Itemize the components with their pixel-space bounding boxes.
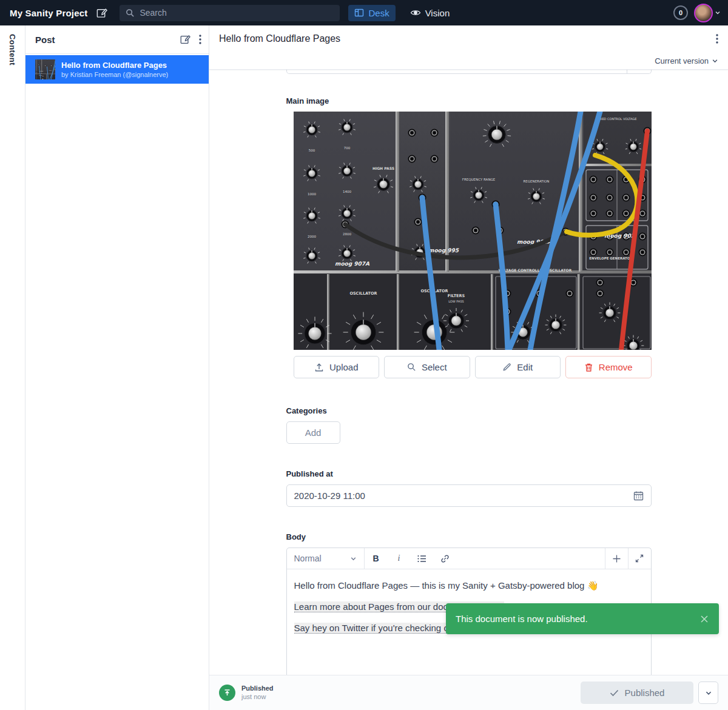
bullet-list-icon	[417, 555, 426, 563]
text-style-select[interactable]: Normal	[287, 548, 365, 569]
publish-menu-button[interactable]	[698, 682, 718, 704]
text-style-value: Normal	[294, 554, 345, 563]
chevron-down-icon	[715, 10, 721, 16]
new-document-button[interactable]	[180, 34, 190, 45]
publish-toast: This document is now published.	[446, 603, 719, 634]
tab-desk[interactable]: Desk	[348, 5, 395, 21]
content-rail: Content	[0, 25, 25, 710]
document-menu-button[interactable]	[712, 30, 722, 47]
trash-icon	[584, 363, 593, 372]
field-categories: Categories Add	[286, 406, 652, 444]
upload-icon	[314, 363, 324, 372]
plus-icon	[612, 554, 621, 563]
list-item-subtitle: by Kristian Freeman (@signalnerve)	[61, 71, 168, 78]
status-timestamp: just now	[241, 693, 274, 701]
body-paragraph: Hello from Cloudflare Pages — this is my…	[294, 579, 644, 592]
publish-button[interactable]: Published	[581, 682, 693, 704]
check-icon	[610, 689, 619, 697]
top-navbar: My Sanity Project Search Desk Vision 0	[0, 0, 728, 25]
field-label: Main image	[286, 96, 652, 105]
main-image-photo	[294, 112, 652, 350]
search-placeholder: Search	[140, 8, 166, 18]
compose-icon	[180, 34, 190, 45]
editor-toolbar: Normal B i	[287, 548, 651, 569]
overflow-menu-icon	[716, 34, 718, 44]
calendar-icon[interactable]	[633, 491, 644, 501]
field-main-image: Main image Upload	[286, 96, 652, 378]
published-status-icon	[219, 685, 235, 701]
chevron-down-icon	[705, 689, 712, 697]
form-scroll-area[interactable]: Main image Upload	[209, 70, 728, 675]
add-category-button[interactable]: Add	[286, 421, 340, 444]
user-avatar	[694, 4, 713, 22]
bold-button[interactable]: B	[365, 548, 388, 569]
tab-content[interactable]: Content	[8, 34, 17, 710]
publish-arrow-icon	[223, 689, 231, 697]
slug-field-partial[interactable]	[286, 70, 652, 74]
document-list-panel: Post Hello from Cloudflare Pages by Kris…	[25, 25, 209, 710]
search-icon	[407, 363, 416, 372]
project-title: My Sanity Project	[10, 8, 87, 18]
italic-button[interactable]: i	[388, 548, 411, 569]
version-selector[interactable]: Current version	[209, 52, 728, 70]
pencil-icon	[502, 363, 511, 372]
post-thumbnail	[35, 59, 55, 79]
compose-icon	[96, 7, 107, 19]
insert-block-button[interactable]	[605, 548, 628, 569]
status-title: Published	[241, 685, 274, 692]
chevron-down-icon	[350, 555, 357, 562]
expand-icon	[635, 554, 644, 563]
document-pane: Hello from Cloudflare Pages Current vers…	[209, 25, 728, 710]
edit-button[interactable]: Edit	[475, 356, 561, 378]
upload-button[interactable]: Upload	[294, 356, 380, 378]
notification-badge[interactable]: 0	[673, 5, 688, 20]
panel-menu-button[interactable]	[199, 35, 201, 44]
tab-desk-label: Desk	[368, 8, 389, 18]
search-icon	[126, 8, 135, 18]
field-label: Categories	[286, 406, 652, 415]
search-input[interactable]: Search	[120, 5, 340, 21]
link-button[interactable]	[434, 548, 457, 569]
field-published-at: Published at 2020-10-29 11:00	[286, 469, 652, 507]
overflow-menu-icon	[199, 35, 201, 44]
tab-vision-label: Vision	[425, 8, 450, 18]
version-label: Current version	[655, 56, 709, 65]
select-button[interactable]: Select	[384, 356, 470, 378]
compose-button[interactable]	[96, 7, 107, 19]
list-item-title: Hello from Cloudflare Pages	[61, 61, 168, 70]
close-icon[interactable]	[699, 614, 709, 624]
field-label: Body	[286, 532, 652, 541]
list-item-post[interactable]: Hello from Cloudflare Pages by Kristian …	[25, 55, 209, 84]
desk-icon	[354, 8, 364, 18]
panel-title: Post	[35, 35, 171, 45]
remove-button[interactable]: Remove	[565, 356, 652, 378]
main-image-preview	[294, 112, 652, 350]
published-at-input[interactable]: 2020-10-29 11:00	[286, 484, 652, 507]
document-footer: Published just now Published	[209, 675, 728, 710]
fullscreen-button[interactable]	[628, 548, 651, 569]
link-icon	[440, 554, 450, 563]
eye-icon	[410, 7, 421, 18]
chevron-down-icon	[712, 58, 718, 64]
published-at-value: 2020-10-29 11:00	[294, 491, 633, 501]
user-menu[interactable]	[694, 4, 721, 22]
tab-vision[interactable]: Vision	[404, 4, 456, 21]
document-title: Hello from Cloudflare Pages	[219, 33, 712, 44]
field-label: Published at	[286, 469, 652, 478]
toast-message: This document is now published.	[456, 614, 699, 624]
bullet-list-button[interactable]	[411, 548, 434, 569]
